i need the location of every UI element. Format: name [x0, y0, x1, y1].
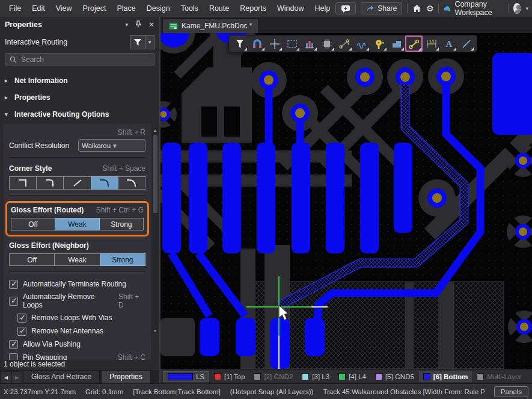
interactive-route-tool-icon[interactable] — [405, 36, 423, 52]
checkbox-icon[interactable] — [9, 340, 18, 349]
gloss-routed-weak-button[interactable]: Weak — [55, 218, 99, 230]
shortcut-hint: Shift + Ctrl + G — [96, 206, 144, 214]
section-interactive-routing-options[interactable]: ▾ Interactive Routing Options — [0, 105, 151, 122]
workspace-label: Company Workspace — [454, 0, 503, 17]
layer-color-swatch — [214, 373, 221, 380]
menu-file[interactable]: File — [4, 2, 26, 15]
share-button[interactable]: Share — [361, 2, 402, 14]
place-component-tool-icon[interactable] — [301, 36, 318, 52]
corner-mitered-arc-button[interactable] — [91, 176, 118, 190]
gloss-routed-off-button[interactable]: Off — [11, 218, 55, 230]
corner-rounded-90-button[interactable] — [36, 176, 64, 190]
move-tool-icon[interactable] — [266, 36, 283, 52]
tab-properties[interactable]: Properties — [101, 370, 151, 383]
menu-route[interactable]: Route — [204, 2, 234, 15]
cloud-icon — [444, 5, 451, 13]
checkbox-remove-net-antennas[interactable]: Remove Net Antennas — [17, 324, 145, 338]
panel-title: Properties — [5, 20, 42, 29]
search-input[interactable] — [21, 55, 150, 64]
scroll-down-icon[interactable]: ▼ — [153, 329, 157, 333]
layer-tab-top[interactable]: [1] Top — [210, 371, 249, 382]
avatar[interactable] — [513, 3, 521, 14]
gloss-neighbor-weak-button[interactable]: Weak — [54, 253, 100, 266]
menu-edit[interactable]: Edit — [26, 2, 50, 15]
layer-tab-ls[interactable]: LS — [163, 371, 209, 382]
layer-color-swatch — [338, 373, 346, 380]
corner-sharp-90-button[interactable] — [9, 176, 37, 190]
place-via-tool-icon[interactable] — [370, 36, 388, 52]
gloss-neighbor-label: Gloss Effort (Neighbor) — [9, 241, 89, 250]
place-text-tool-icon[interactable]: A — [440, 36, 457, 52]
tab-scroll-right-icon[interactable]: ▶ — [12, 372, 22, 383]
layer-tab-gnd5[interactable]: [5] GND5 — [371, 371, 418, 382]
pin-icon[interactable] — [135, 20, 141, 29]
checkbox-allow-via-pushing[interactable]: Allow Via Pushing — [9, 338, 145, 351]
checkbox-auto-remove-loops[interactable]: Automatically Remove Loops Shift + D — [9, 291, 145, 311]
route-net-tool-icon[interactable] — [335, 36, 353, 52]
scrollbar-thumb[interactable] — [153, 135, 157, 213]
tab-gloss-and-retrace[interactable]: Gloss And Retrace — [23, 370, 100, 383]
divider — [9, 157, 145, 158]
panel-menu-icon[interactable]: ▾ — [125, 22, 128, 28]
layer-tab-l3[interactable]: [3] L3 — [298, 371, 334, 382]
gloss-neighbor-strong-button[interactable]: Strong — [100, 253, 145, 266]
home-icon[interactable] — [412, 4, 421, 13]
layer-tab-gnd2[interactable]: [2] GND2 — [249, 371, 297, 382]
snap-magnet-tool-icon[interactable] — [248, 36, 266, 52]
interactive-routing-options-box: Shift + R Conflict Resolution Walkaround… — [4, 124, 151, 360]
layer-color-swatch — [375, 373, 382, 380]
document-tab[interactable]: Kame_FMU.PcbDoc * — [162, 18, 258, 33]
shortcut-hint: Shift + R — [118, 128, 145, 137]
checkbox-icon[interactable] — [9, 353, 18, 360]
divider — [9, 271, 145, 272]
layer-tab-multi-layer[interactable]: Multi-Layer — [472, 371, 525, 382]
place-polygon-tool-icon[interactable] — [388, 36, 405, 52]
gear-icon[interactable]: ⚙ — [426, 4, 434, 13]
properties-panel: Properties ▾ ✕ Interactive Routing ▾ — [0, 17, 159, 383]
funnel-icon — [133, 39, 142, 46]
corner-diagonal-45-button[interactable] — [63, 176, 91, 190]
comment-button[interactable] — [335, 2, 356, 14]
filter-button[interactable] — [130, 35, 145, 49]
section-properties[interactable]: ▸ Properties — [0, 88, 151, 105]
pcb-canvas[interactable]: 10 A — [161, 33, 532, 369]
place-dimension-tool-icon[interactable]: 10 — [423, 36, 440, 52]
menu-place[interactable]: Place — [111, 2, 141, 15]
scroll-up-icon[interactable]: ▲ — [153, 128, 157, 132]
tab-scroll-left-icon[interactable]: ◀ — [1, 372, 11, 383]
checkbox-pin-swapping[interactable]: Pin Swapping Shift + C — [9, 351, 145, 360]
checkbox-auto-terminate-routing[interactable]: Automatically Terminate Routing — [9, 277, 145, 291]
corner-arc-90-button[interactable] — [118, 176, 145, 190]
menu-project[interactable]: Project — [78, 2, 112, 15]
layer-tab-bottom[interactable]: [6] Bottom — [419, 371, 472, 382]
chevron-right-icon: ▸ — [5, 94, 10, 101]
panels-button[interactable]: Panels — [494, 386, 528, 397]
checkbox-icon[interactable] — [17, 327, 26, 336]
checkbox-remove-loops-with-vias[interactable]: Remove Loops With Vias — [17, 311, 145, 324]
checkbox-icon[interactable] — [17, 314, 26, 323]
menu-window[interactable]: Window — [272, 2, 309, 15]
layer-tab-l4[interactable]: [4] L4 — [334, 371, 370, 382]
workspace-button[interactable]: Company Workspace — [444, 0, 503, 17]
gloss-neighbor-off-button[interactable]: Off — [9, 253, 55, 266]
active-bar: 10 A — [228, 35, 477, 52]
gloss-routed-strong-button[interactable]: Strong — [99, 218, 144, 230]
menu-tools[interactable]: Tools — [176, 2, 204, 15]
select-area-tool-icon[interactable] — [283, 36, 301, 52]
place-line-tool-icon[interactable] — [457, 36, 475, 52]
menu-help[interactable]: Help — [309, 2, 335, 15]
place-ic-tool-icon[interactable] — [318, 36, 335, 52]
filter-dropdown-button[interactable]: ▾ — [145, 35, 154, 49]
menu-design[interactable]: Design — [141, 2, 176, 15]
route-meander-tool-icon[interactable] — [353, 36, 370, 52]
filter-tool-icon[interactable] — [231, 36, 248, 52]
menu-reports[interactable]: Reports — [234, 2, 272, 15]
panel-scrollbar[interactable]: ▲ ▼ — [152, 128, 158, 333]
conflict-resolution-dropdown[interactable]: Walkaround Obs ▾ — [78, 139, 145, 152]
checkbox-icon[interactable] — [9, 297, 18, 306]
checkbox-icon[interactable] — [9, 280, 18, 289]
section-net-information[interactable]: ▸ Net Information — [0, 71, 151, 88]
close-icon[interactable]: ✕ — [148, 20, 154, 29]
chevron-down-icon[interactable]: ▾ — [525, 5, 528, 11]
menu-view[interactable]: View — [50, 2, 78, 15]
